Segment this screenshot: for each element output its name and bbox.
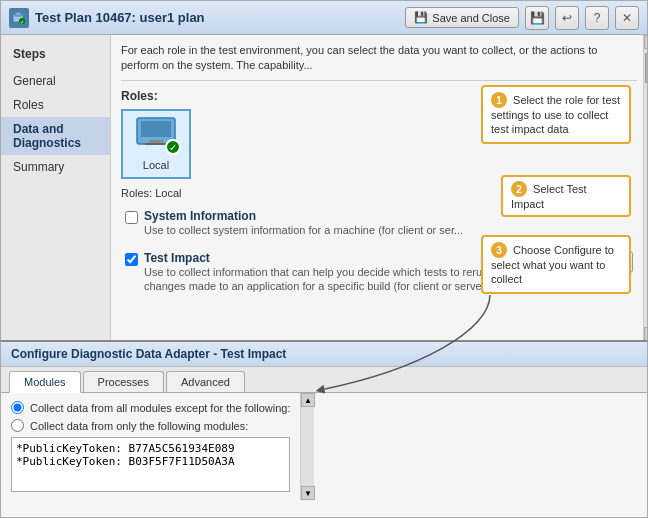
callout-1: 1 Select the role for test settings to u… xyxy=(481,85,631,144)
bottom-scrollbar[interactable]: ▲ ▼ xyxy=(300,393,314,500)
window-icon: ✓ xyxy=(9,8,29,28)
sidebar-item-data-diagnostics[interactable]: Data and Diagnostics xyxy=(1,117,110,155)
bottom-content: Collect data from all modules except for… xyxy=(1,393,300,500)
svg-rect-1 xyxy=(15,12,21,16)
scroll-thumb[interactable] xyxy=(645,53,648,83)
callout-number-1: 1 xyxy=(491,92,507,108)
title-bar: ✓ Test Plan 10467: user1 plan 💾 Save and… xyxy=(1,1,647,35)
bottom-panel: Configure Diagnostic Data Adapter - Test… xyxy=(0,340,648,518)
callout-3: 3 Choose Configure to select what you wa… xyxy=(481,235,631,294)
radio-all-modules-label: Collect data from all modules except for… xyxy=(30,402,290,414)
radio-only-modules: Collect data from only the following mod… xyxy=(11,419,290,432)
tab-processes[interactable]: Processes xyxy=(83,371,164,392)
instruction-text: For each role in the test environment, y… xyxy=(121,43,637,81)
svg-rect-6 xyxy=(149,140,163,143)
role-local-label: Local xyxy=(143,159,169,171)
callout-number-3: 3 xyxy=(491,242,507,258)
svg-text:✓: ✓ xyxy=(20,19,24,25)
radio-all-modules-input[interactable] xyxy=(11,401,24,414)
vertical-scrollbar[interactable]: ▲ ▼ xyxy=(643,35,647,341)
bottom-content-wrapper: Collect data from all modules except for… xyxy=(1,393,647,500)
bottom-scroll-up[interactable]: ▲ xyxy=(301,393,315,407)
svg-rect-5 xyxy=(141,121,171,137)
tab-modules[interactable]: Modules xyxy=(9,371,81,393)
content-area: For each role in the test environment, y… xyxy=(111,35,647,341)
callout-number-2: 2 xyxy=(511,181,527,197)
sidebar-item-summary[interactable]: Summary xyxy=(1,155,110,179)
role-local[interactable]: ✓ Local xyxy=(121,109,191,179)
module-list[interactable]: *PublicKeyToken: B77A5C561934E089 *Publi… xyxy=(11,437,290,492)
scroll-up[interactable]: ▲ xyxy=(644,35,648,49)
radio-only-modules-label: Collect data from only the following mod… xyxy=(30,420,248,432)
sidebar: Steps General Roles Data and Diagnostics… xyxy=(1,35,111,341)
save-icon: 💾 xyxy=(414,11,428,24)
scroll-down[interactable]: ▼ xyxy=(644,327,648,341)
test-impact-checkbox[interactable] xyxy=(125,253,138,266)
top-window: ✓ Test Plan 10467: user1 plan 💾 Save and… xyxy=(0,0,648,340)
sidebar-item-roles[interactable]: Roles xyxy=(1,93,110,117)
help-icon-btn[interactable]: ? xyxy=(585,6,609,30)
svg-rect-7 xyxy=(145,143,167,145)
radio-all-modules: Collect data from all modules except for… xyxy=(11,401,290,414)
tab-bar: Modules Processes Advanced xyxy=(1,367,647,393)
module-list-item-1: *PublicKeyToken: B77A5C561934E089 xyxy=(16,442,285,455)
sidebar-heading: Steps xyxy=(1,43,110,69)
window-title: Test Plan 10467: user1 plan xyxy=(35,10,399,25)
tab-advanced[interactable]: Advanced xyxy=(166,371,245,392)
save-icon-btn[interactable]: 💾 xyxy=(525,6,549,30)
module-list-item-2: *PublicKeyToken: B03F5F7F11D50A3A xyxy=(16,455,285,468)
sidebar-item-general[interactable]: General xyxy=(1,69,110,93)
radio-only-modules-input[interactable] xyxy=(11,419,24,432)
bottom-panel-title: Configure Diagnostic Data Adapter - Test… xyxy=(1,342,647,367)
undo-icon-btn[interactable]: ↩ xyxy=(555,6,579,30)
callout-2: 2 Select Test Impact xyxy=(501,175,631,217)
system-info-checkbox[interactable] xyxy=(125,211,138,224)
main-content: Steps General Roles Data and Diagnostics… xyxy=(1,35,647,341)
bottom-scroll-down[interactable]: ▼ xyxy=(301,486,315,500)
save-close-button[interactable]: 💾 Save and Close xyxy=(405,7,519,28)
close-icon-btn[interactable]: ✕ xyxy=(615,6,639,30)
